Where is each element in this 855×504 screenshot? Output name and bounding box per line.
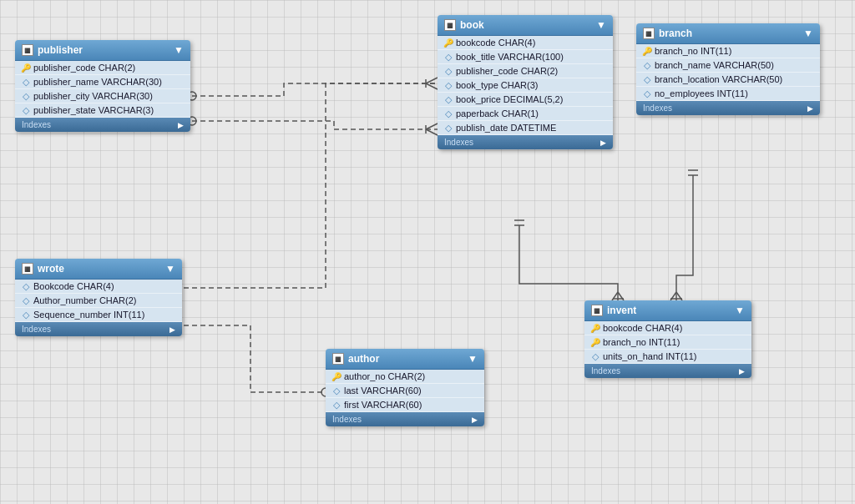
field-label: branch_name VARCHAR(50) bbox=[655, 60, 774, 70]
footer-indexes-label: Indexes bbox=[444, 138, 473, 147]
field-label: book_type CHAR(3) bbox=[456, 80, 538, 90]
diamond-icon: ◇ bbox=[22, 310, 30, 319]
svg-line-6 bbox=[426, 129, 438, 135]
key-icon: 🔑 bbox=[22, 63, 30, 72]
field-label: Author_number CHAR(2) bbox=[33, 295, 137, 305]
table-row: ◇ Author_number CHAR(2) bbox=[15, 294, 182, 308]
table-row: 🔑 publisher_code CHAR(2) bbox=[15, 61, 190, 75]
svg-line-14 bbox=[676, 292, 682, 300]
table-row: 🔑 bookcode CHAR(4) bbox=[438, 36, 613, 50]
diamond-icon: ◇ bbox=[591, 352, 600, 360]
table-row: ◇ no_employees INT(11) bbox=[636, 87, 820, 101]
footer-chevron: ▶ bbox=[600, 139, 606, 147]
field-label: branch_no INT(11) bbox=[655, 46, 731, 56]
table-invent-chevron: ▼ bbox=[735, 305, 745, 316]
diamond-icon: ◇ bbox=[332, 386, 341, 395]
diamond-icon: ◇ bbox=[22, 92, 30, 100]
footer-indexes-label: Indexes bbox=[591, 366, 620, 375]
table-type-icon: ▦ bbox=[444, 19, 456, 31]
table-branch-chevron: ▼ bbox=[803, 28, 813, 39]
table-row: ◇ paperback CHAR(1) bbox=[438, 107, 613, 121]
table-publisher-chevron: ▼ bbox=[174, 44, 184, 56]
table-row: ◇ publisher_city VARCHAR(30) bbox=[15, 89, 190, 103]
field-label: branch_no INT(11) bbox=[603, 337, 680, 347]
table-row: ◇ book_type CHAR(3) bbox=[438, 78, 613, 93]
table-wrote-footer[interactable]: Indexes ▶ bbox=[15, 322, 182, 336]
field-label: book_price DECIMAL(5,2) bbox=[456, 94, 563, 104]
svg-line-2 bbox=[426, 83, 438, 89]
table-book: ▦ book ▼ 🔑 bookcode CHAR(4) ◇ book_title… bbox=[438, 15, 613, 149]
diamond-icon: ◇ bbox=[22, 106, 30, 114]
table-row: 🔑 bookcode CHAR(4) bbox=[584, 321, 751, 335]
table-book-body: 🔑 bookcode CHAR(4) ◇ book_title VARCHAR(… bbox=[438, 36, 613, 135]
table-book-footer[interactable]: Indexes ▶ bbox=[438, 135, 613, 149]
field-label: Sequence_number INT(11) bbox=[33, 310, 144, 320]
diamond-icon: ◇ bbox=[444, 109, 453, 118]
table-row: ◇ publisher_name VARCHAR(30) bbox=[15, 75, 190, 89]
footer-chevron: ▶ bbox=[739, 367, 745, 375]
diamond-icon: ◇ bbox=[643, 75, 651, 83]
table-publisher: ▦ publisher ▼ 🔑 publisher_code CHAR(2) ◇… bbox=[15, 40, 190, 132]
field-label: book_title VARCHAR(100) bbox=[456, 52, 564, 62]
table-row: ◇ Bookcode CHAR(4) bbox=[15, 280, 182, 294]
svg-line-1 bbox=[426, 78, 438, 83]
table-wrote: ▦ wrote ▼ ◇ Bookcode CHAR(4) ◇ Author_nu… bbox=[15, 259, 182, 336]
table-author: ▦ author ▼ 🔑 author_no CHAR(2) ◇ last VA… bbox=[326, 349, 484, 426]
table-publisher-body: 🔑 publisher_code CHAR(2) ◇ publisher_nam… bbox=[15, 61, 190, 118]
table-type-icon: ▦ bbox=[643, 28, 655, 39]
table-row: ◇ first VARCHAR(60) bbox=[326, 398, 484, 412]
table-invent-body: 🔑 bookcode CHAR(4) 🔑 branch_no INT(11) ◇… bbox=[584, 321, 751, 364]
table-wrote-name: wrote bbox=[38, 263, 64, 275]
table-row: ◇ book_title VARCHAR(100) bbox=[438, 50, 613, 64]
field-label: bookcode CHAR(4) bbox=[603, 323, 682, 333]
field-label: publisher_code CHAR(2) bbox=[33, 63, 135, 73]
table-branch: ▦ branch ▼ 🔑 branch_no INT(11) ◇ branch_… bbox=[636, 23, 820, 115]
footer-chevron: ▶ bbox=[178, 121, 184, 129]
er-diagram-canvas: ▦ publisher ▼ 🔑 publisher_code CHAR(2) ◇… bbox=[0, 0, 855, 504]
field-label: Bookcode CHAR(4) bbox=[33, 281, 114, 291]
field-label: publisher_city VARCHAR(30) bbox=[33, 91, 153, 101]
table-type-icon: ▦ bbox=[332, 353, 344, 365]
table-row: 🔑 branch_no INT(11) bbox=[636, 44, 820, 58]
field-label: no_employees INT(11) bbox=[655, 88, 748, 98]
table-branch-name: branch bbox=[659, 28, 692, 39]
diamond-icon: ◇ bbox=[643, 89, 651, 98]
svg-line-13 bbox=[670, 292, 676, 300]
table-invent-footer[interactable]: Indexes ▶ bbox=[584, 364, 751, 378]
field-label: publisher_code CHAR(2) bbox=[456, 66, 558, 76]
field-label: publisher_state VARCHAR(3) bbox=[33, 105, 154, 115]
svg-line-9 bbox=[618, 292, 624, 300]
table-author-body: 🔑 author_no CHAR(2) ◇ last VARCHAR(60) ◇… bbox=[326, 370, 484, 412]
field-label: last VARCHAR(60) bbox=[344, 386, 422, 396]
table-type-icon: ▦ bbox=[22, 44, 33, 56]
diamond-icon: ◇ bbox=[444, 53, 453, 61]
footer-indexes-label: Indexes bbox=[22, 325, 51, 334]
table-row: ◇ last VARCHAR(60) bbox=[326, 384, 484, 398]
table-branch-body: 🔑 branch_no INT(11) ◇ branch_name VARCHA… bbox=[636, 44, 820, 101]
footer-indexes-label: Indexes bbox=[332, 415, 362, 424]
table-type-icon: ▦ bbox=[591, 305, 603, 316]
table-wrote-body: ◇ Bookcode CHAR(4) ◇ Author_number CHAR(… bbox=[15, 280, 182, 322]
table-row: ◇ book_price DECIMAL(5,2) bbox=[438, 93, 613, 107]
field-label: paperback CHAR(1) bbox=[456, 108, 539, 118]
table-author-name: author bbox=[348, 353, 379, 365]
table-publisher-footer[interactable]: Indexes ▶ bbox=[15, 118, 190, 132]
footer-indexes-label: Indexes bbox=[643, 103, 672, 113]
footer-chevron: ▶ bbox=[472, 416, 478, 424]
field-label: author_no CHAR(2) bbox=[344, 371, 425, 381]
svg-line-5 bbox=[426, 123, 438, 129]
table-author-footer[interactable]: Indexes ▶ bbox=[326, 412, 484, 426]
table-row: ◇ Sequence_number INT(11) bbox=[15, 308, 182, 322]
diamond-icon: ◇ bbox=[22, 78, 30, 86]
table-book-chevron: ▼ bbox=[596, 19, 606, 31]
key-icon: 🔑 bbox=[444, 38, 453, 47]
table-branch-footer[interactable]: Indexes ▶ bbox=[636, 101, 820, 115]
table-row: ◇ publisher_state VARCHAR(3) bbox=[15, 103, 190, 118]
table-type-icon: ▦ bbox=[22, 263, 33, 275]
key-icon: 🔑 bbox=[332, 372, 341, 381]
field-label: publisher_name VARCHAR(30) bbox=[33, 77, 162, 87]
table-publisher-name: publisher bbox=[38, 44, 83, 56]
svg-line-8 bbox=[612, 292, 618, 300]
table-row: ◇ branch_name VARCHAR(50) bbox=[636, 58, 820, 73]
table-row: ◇ publish_date DATETIME bbox=[438, 121, 613, 135]
